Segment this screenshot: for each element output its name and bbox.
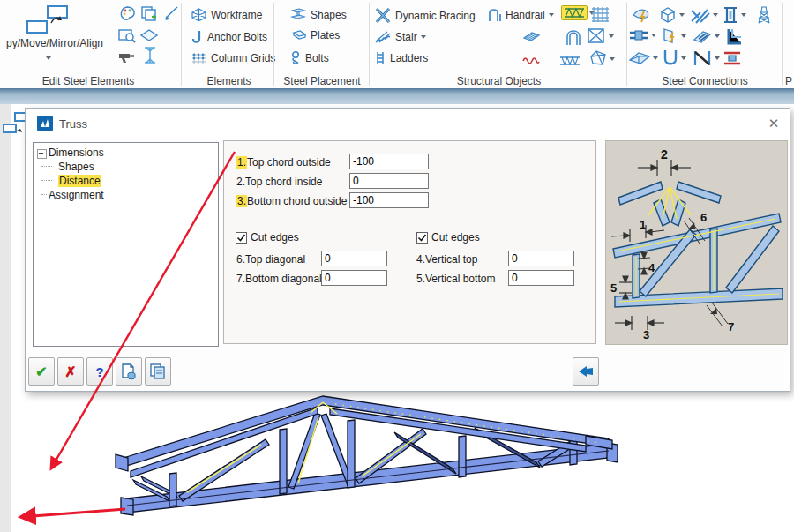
label-bottom-chord-outside: 3.Bottom chord outside <box>236 195 347 207</box>
document-database-icon <box>120 363 138 380</box>
dialog-tree-panel: Dimensions Shapes Distance Assignment <box>33 142 219 347</box>
blue-back-arrow-icon <box>577 364 595 378</box>
checkbox-checked-icon <box>416 232 428 244</box>
cut-edges-right-checkbox[interactable]: Cut edges <box>416 231 480 244</box>
check-icon: ✔ <box>35 363 47 380</box>
label-vertical-bottom: 5.Vertical bottom <box>416 273 495 285</box>
tree-line <box>41 166 52 167</box>
input-top-chord-inside[interactable] <box>349 173 429 189</box>
label-top-chord-outside: 1.Top chord outside <box>236 156 331 169</box>
cut-edges-left-checkbox[interactable]: Cut edges <box>236 231 299 244</box>
cut-edges-right-label: Cut edges <box>431 231 480 244</box>
tree-line <box>41 180 52 181</box>
label-top-chord-inside: 2.Top chord inside <box>236 176 322 188</box>
tree-line <box>41 158 41 195</box>
input-top-diagonal[interactable] <box>321 251 387 266</box>
close-icon[interactable]: ✕ <box>765 115 783 132</box>
input-bottom-diagonal[interactable] <box>321 270 387 286</box>
svg-text:4: 4 <box>648 261 655 274</box>
cut-edges-left-label: Cut edges <box>251 231 299 244</box>
cancel-x-icon: ✗ <box>64 363 76 380</box>
dialog-title: Truss <box>59 117 87 131</box>
svg-text:6: 6 <box>700 211 707 224</box>
help-button[interactable]: ? <box>86 357 113 386</box>
label-num-1: 1. <box>236 156 247 169</box>
tree-line <box>41 194 47 195</box>
tree-item-dimensions[interactable]: Dimensions <box>49 146 104 159</box>
svg-text:7: 7 <box>728 320 734 333</box>
label-bottom-diagonal: 7.Bottom diagonal <box>236 273 322 285</box>
svg-text:1: 1 <box>640 218 646 231</box>
copy-settings-button[interactable] <box>145 357 171 386</box>
save-to-library-button[interactable] <box>116 357 142 386</box>
cancel-button[interactable]: ✗ <box>57 357 84 386</box>
tree-item-assignment[interactable]: Assignment <box>49 189 104 201</box>
tree-collapse-icon[interactable] <box>37 149 47 159</box>
label-vertical-top: 4.Vertical top <box>416 253 477 266</box>
label-num-3: 3. <box>236 195 247 207</box>
ok-button[interactable]: ✔ <box>28 357 55 386</box>
advance-steel-logo-icon <box>37 116 53 131</box>
input-bottom-chord-outside[interactable] <box>349 192 429 208</box>
dialog-preview-panel: 2 <box>605 140 788 345</box>
input-vertical-bottom[interactable] <box>508 270 574 286</box>
tree-item-distance[interactable]: Distance <box>58 175 101 187</box>
svg-text:3: 3 <box>643 328 649 341</box>
app-window: py/Move/Mirror/Align <box>0 0 794 532</box>
truss-dialog: Truss ✕ Dimensions Shapes Distance Assig… <box>25 108 790 392</box>
tree-item-shapes[interactable]: Shapes <box>58 161 94 173</box>
label-top-diagonal: 6.Top diagonal <box>236 253 305 266</box>
svg-text:2: 2 <box>661 147 668 161</box>
copy-documents-icon <box>149 363 167 380</box>
dialog-title-bar[interactable]: Truss ✕ <box>26 109 790 139</box>
question-icon: ? <box>95 364 103 379</box>
dialog-form-panel: 1.Top chord outside 2.Top chord inside 3… <box>223 140 596 344</box>
input-top-chord-outside[interactable] <box>349 154 429 169</box>
truss-dimension-diagram: 2 <box>606 141 787 344</box>
checkbox-checked-icon <box>236 232 247 244</box>
input-vertical-top[interactable] <box>508 251 574 266</box>
previous-joint-button[interactable] <box>573 357 599 386</box>
svg-text:5: 5 <box>610 281 617 295</box>
